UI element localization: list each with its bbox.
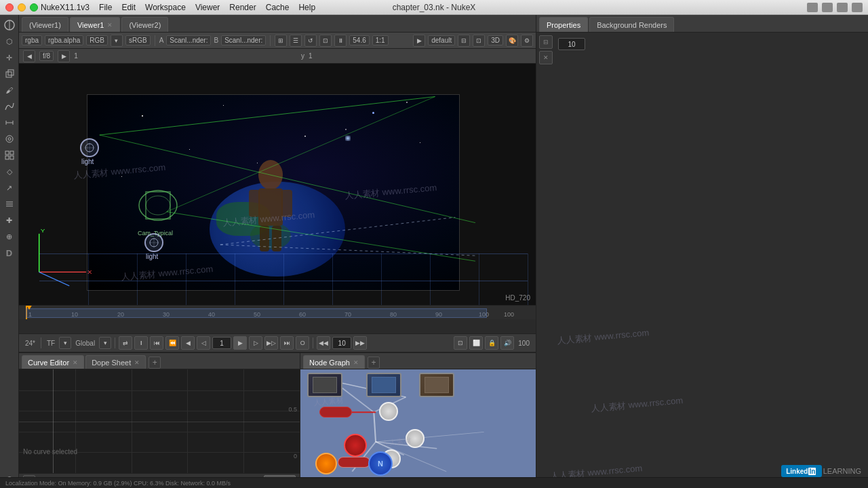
audio-btn[interactable]: 🔊 (500, 336, 514, 350)
node-image-1[interactable] (307, 373, 342, 397)
node-red-bar[interactable] (319, 407, 352, 418)
channel-select[interactable]: rgba (22, 35, 42, 45)
y-label: y (301, 52, 304, 60)
step-input[interactable] (332, 337, 351, 349)
sidebar-icon-measure[interactable] (2, 115, 17, 130)
node-orange[interactable] (315, 453, 337, 474)
flip-btn[interactable]: ⇄ (119, 336, 132, 350)
bg-render-count[interactable] (558, 38, 585, 50)
sidebar-icon-curve[interactable] (2, 99, 17, 114)
close-node-graph[interactable]: ✕ (353, 359, 359, 366)
global-arrow[interactable]: ▾ (99, 337, 111, 349)
add-panel-btn[interactable]: + (149, 357, 161, 369)
tf-arrow[interactable]: ▾ (59, 337, 71, 349)
tab-node-graph[interactable]: Node Graph ✕ (303, 355, 365, 369)
node-white-1[interactable] (379, 402, 398, 421)
viewer-settings[interactable]: ⚙ (521, 35, 533, 47)
node-red-bar-2[interactable] (338, 457, 370, 468)
play-forward-btn[interactable]: ▷ (249, 336, 262, 350)
node-nuke-icon[interactable]: N (368, 451, 393, 476)
viewer-icon-3[interactable]: ↺ (304, 35, 317, 47)
sidebar-icon-crosshair[interactable]: ⊕ (2, 229, 17, 244)
current-frame-input[interactable] (212, 337, 231, 349)
tab-properties[interactable]: Properties (539, 17, 588, 32)
menu-render[interactable]: Render (229, 3, 256, 12)
sidebar-icon-diamond[interactable]: ◇ (2, 164, 17, 179)
node-image-2[interactable] (366, 373, 401, 397)
sidebar-icon-3d[interactable] (2, 66, 17, 81)
scan-b-select[interactable]: Scanl...nder: (221, 35, 266, 45)
viewer-icon-6[interactable]: ⊡ (473, 35, 485, 47)
prev-mark-btn[interactable]: ◀◀ (317, 336, 330, 350)
transport-I[interactable]: I (134, 336, 148, 350)
skip-end-btn[interactable]: ⏭ (280, 336, 294, 350)
prev-frame-btn[interactable]: ◀ (23, 50, 35, 62)
tab-viewer2[interactable]: (Viewer2) (121, 17, 168, 32)
tab-viewer1-inactive[interactable]: (Viewer1) (22, 17, 68, 32)
skip-start-btn[interactable]: ⏮ (150, 336, 163, 350)
prev-step-btn[interactable]: ◁ (197, 336, 210, 350)
tab-dope-sheet[interactable]: Dope Sheet ✕ (85, 355, 146, 369)
rsi-icon-2[interactable]: ✕ (539, 51, 553, 64)
alpha-select[interactable]: rgba.alpha (45, 35, 83, 45)
rsi-icon-1[interactable]: ⊟ (539, 35, 553, 49)
next-mark-btn[interactable]: ▶▶ (353, 336, 367, 350)
sidebar-icon-nodes[interactable]: ⬡ (2, 34, 17, 49)
colorspace-select[interactable]: RGB (86, 35, 108, 45)
fullscreen-button[interactable] (30, 3, 38, 12)
tab-viewer1-active[interactable]: Viewer1 ✕ (70, 17, 121, 32)
node-red-circle[interactable] (344, 434, 367, 457)
render-btn-1[interactable]: ⊡ (454, 336, 467, 350)
add-nodegraph-panel-btn[interactable]: + (368, 357, 380, 369)
display-select[interactable]: default (428, 35, 455, 45)
close-dope-sheet[interactable]: ✕ (134, 359, 140, 366)
view-mode-select[interactable]: 3D (488, 35, 503, 45)
tab-background-renders[interactable]: Background Renders (589, 17, 674, 32)
viewer-icon-1[interactable]: ⊞ (275, 35, 287, 47)
node-white-2[interactable] (406, 429, 425, 448)
viewer-icon-5[interactable]: ⊟ (458, 35, 470, 47)
menu-help[interactable]: Help (298, 3, 315, 12)
color-picker-btn[interactable]: 🎨 (506, 35, 518, 47)
frame-prefix[interactable]: f/8 (39, 51, 54, 61)
next-step-btn[interactable]: ▶▷ (264, 336, 278, 350)
lock-btn[interactable]: 🔒 (485, 336, 498, 350)
viewer-icon-2[interactable]: ☰ (290, 35, 302, 47)
menu-workspace[interactable]: Workspace (145, 3, 186, 12)
loop-btn[interactable]: O (296, 336, 309, 350)
menu-cache[interactable]: Cache (266, 3, 290, 12)
render-btn-2[interactable]: ⬜ (469, 336, 483, 350)
menu-nuke[interactable]: NukeX11.1v3 (41, 3, 90, 12)
io-icon[interactable]: ▶ (413, 35, 425, 47)
sidebar-icon-transform[interactable]: ✛ (2, 50, 17, 65)
exposure-val[interactable]: 54.6 (349, 35, 369, 45)
sidebar-icon-arrow[interactable]: ↗ (2, 180, 17, 195)
sidebar-icon-logo[interactable] (2, 18, 17, 33)
sidebar-icon-roto[interactable] (2, 131, 17, 146)
viewer-pause[interactable]: ⏸ (334, 35, 347, 47)
scan-a-select[interactable]: Scanl...nder: (166, 35, 211, 45)
node-image-3[interactable] (419, 373, 454, 397)
window-title: chapter_03.nk - NukeX (393, 3, 476, 12)
input-colorspace[interactable]: sRGB (125, 35, 151, 45)
prev-key-btn[interactable]: ⏪ (165, 336, 179, 350)
viewer-icon-4[interactable]: ⊡ (319, 35, 332, 47)
menu-file[interactable]: File (99, 3, 112, 12)
prev-frame-btn2[interactable]: ◀ (181, 336, 195, 350)
play-btn[interactable]: ▶ (233, 336, 247, 350)
sidebar-icon-d[interactable]: D (2, 245, 17, 260)
tab-close-viewer1[interactable]: ✕ (107, 22, 113, 28)
sidebar-icon-grid[interactable] (2, 148, 17, 163)
ratio-val[interactable]: 1:1 (372, 35, 389, 45)
close-button[interactable] (5, 3, 14, 12)
menu-edit[interactable]: Edit (121, 3, 136, 12)
sidebar-icon-plus[interactable]: ✚ (2, 213, 17, 228)
colorspace-arrow[interactable]: ▾ (111, 35, 123, 47)
tab-curve-editor[interactable]: Curve Editor ✕ (22, 355, 84, 369)
close-curve-editor[interactable]: ✕ (73, 359, 78, 366)
next-frame-btn[interactable]: ▶ (58, 50, 70, 62)
sidebar-icon-paint[interactable]: 🖌 (2, 83, 17, 98)
sidebar-icon-layers[interactable] (2, 197, 17, 211)
minimize-button[interactable] (18, 3, 26, 12)
menu-viewer[interactable]: Viewer (195, 3, 220, 12)
